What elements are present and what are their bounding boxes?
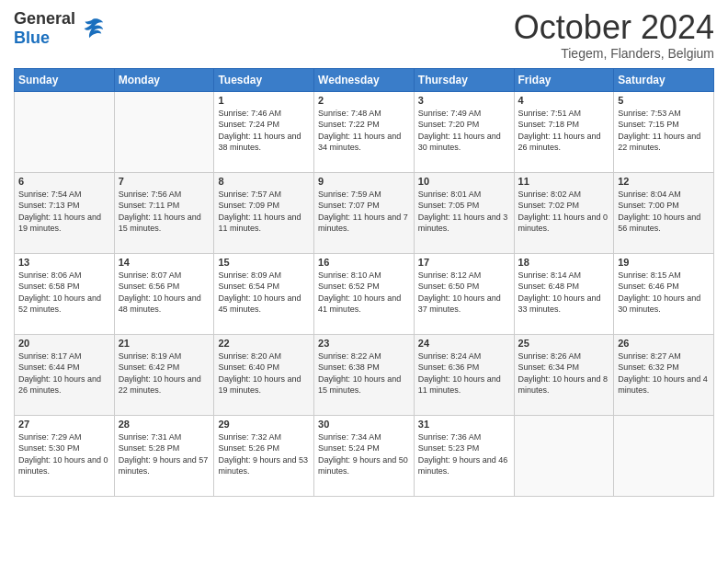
- header-monday: Monday: [114, 68, 214, 91]
- logo: General Blue: [14, 9, 105, 48]
- page: General Blue October 2024 Tiegem, Flande…: [0, 0, 728, 563]
- day-number: 15: [218, 257, 310, 268]
- day-sunrise: Sunrise: 7:29 AM: [18, 432, 82, 442]
- day-sunrise: Sunrise: 7:36 AM: [418, 432, 482, 442]
- calendar-cell: 14 Sunrise: 8:07 AM Sunset: 6:56 PM Dayl…: [114, 253, 214, 334]
- day-sunset: Sunset: 6:32 PM: [618, 362, 679, 372]
- day-sunrise: Sunrise: 7:56 AM: [119, 190, 182, 199]
- day-number: 26: [618, 338, 710, 349]
- calendar-cell: 29 Sunrise: 7:32 AM Sunset: 5:26 PM Dayl…: [214, 415, 314, 496]
- day-sunrise: Sunrise: 7:32 AM: [218, 432, 281, 442]
- day-number: 13: [18, 257, 110, 268]
- day-number: 16: [318, 257, 410, 268]
- day-daylight: Daylight: 10 hours and 8 minutes.: [518, 374, 609, 396]
- day-daylight: Daylight: 11 hours and 34 minutes.: [318, 132, 401, 153]
- day-sunrise: Sunrise: 7:31 AM: [119, 432, 182, 442]
- day-number: 19: [618, 257, 710, 268]
- day-daylight: Daylight: 10 hours and 33 minutes.: [518, 293, 601, 315]
- header-saturday: Saturday: [614, 68, 714, 91]
- day-daylight: Daylight: 10 hours and 45 minutes.: [218, 293, 301, 315]
- calendar-cell: 16 Sunrise: 8:10 AM Sunset: 6:52 PM Dayl…: [314, 253, 415, 334]
- day-sunset: Sunset: 5:26 PM: [218, 443, 279, 453]
- calendar-cell: 21 Sunrise: 8:19 AM Sunset: 6:42 PM Dayl…: [114, 334, 214, 415]
- day-sunset: Sunset: 7:02 PM: [518, 201, 580, 210]
- day-sunset: Sunset: 7:18 PM: [518, 120, 580, 129]
- day-sunset: Sunset: 6:46 PM: [618, 282, 679, 291]
- day-sunrise: Sunrise: 8:10 AM: [318, 270, 381, 280]
- day-sunrise: Sunrise: 7:57 AM: [218, 190, 281, 199]
- week-row-3: 13 Sunrise: 8:06 AM Sunset: 6:58 PM Dayl…: [15, 253, 714, 334]
- day-sunset: Sunset: 7:24 PM: [218, 120, 279, 129]
- day-number: 30: [318, 419, 410, 430]
- day-daylight: Daylight: 10 hours and 19 minutes.: [218, 374, 301, 396]
- day-number: 5: [618, 95, 710, 106]
- day-sunrise: Sunrise: 8:24 AM: [418, 351, 482, 361]
- logo-blue: Blue: [14, 29, 50, 47]
- calendar-cell: [614, 415, 714, 496]
- day-number: 18: [518, 257, 610, 268]
- day-daylight: Daylight: 9 hours and 57 minutes.: [119, 455, 209, 477]
- calendar-cell: 9 Sunrise: 7:59 AM Sunset: 7:07 PM Dayli…: [314, 172, 415, 253]
- calendar-table: Sunday Monday Tuesday Wednesday Thursday…: [14, 68, 714, 497]
- day-sunrise: Sunrise: 8:04 AM: [618, 190, 681, 199]
- logo-general: General: [14, 9, 75, 28]
- weekday-header-row: Sunday Monday Tuesday Wednesday Thursday…: [15, 68, 714, 91]
- day-number: 7: [119, 176, 210, 187]
- calendar-cell: 23 Sunrise: 8:22 AM Sunset: 6:38 PM Dayl…: [314, 334, 415, 415]
- title-block: October 2024 Tiegem, Flanders, Belgium: [514, 9, 714, 61]
- day-daylight: Daylight: 11 hours and 22 minutes.: [618, 132, 700, 153]
- day-number: 23: [318, 338, 410, 349]
- day-sunset: Sunset: 7:22 PM: [318, 120, 380, 129]
- day-number: 22: [218, 338, 310, 349]
- calendar-cell: [514, 415, 614, 496]
- day-number: 21: [119, 338, 210, 349]
- calendar-cell: 8 Sunrise: 7:57 AM Sunset: 7:09 PM Dayli…: [214, 172, 314, 253]
- day-number: 29: [218, 419, 310, 430]
- day-sunset: Sunset: 6:40 PM: [218, 362, 279, 372]
- day-sunrise: Sunrise: 8:01 AM: [418, 190, 482, 199]
- day-sunrise: Sunrise: 8:02 AM: [518, 190, 582, 199]
- calendar-cell: 18 Sunrise: 8:14 AM Sunset: 6:48 PM Dayl…: [514, 253, 614, 334]
- day-sunset: Sunset: 6:50 PM: [418, 282, 480, 291]
- calendar-cell: 22 Sunrise: 8:20 AM Sunset: 6:40 PM Dayl…: [214, 334, 314, 415]
- day-daylight: Daylight: 11 hours and 7 minutes.: [318, 213, 408, 234]
- calendar-cell: 31 Sunrise: 7:36 AM Sunset: 5:23 PM Dayl…: [414, 415, 514, 496]
- day-number: 20: [18, 338, 110, 349]
- title-month: October 2024: [514, 9, 714, 46]
- calendar-cell: 10 Sunrise: 8:01 AM Sunset: 7:05 PM Dayl…: [414, 172, 514, 253]
- day-sunrise: Sunrise: 8:20 AM: [218, 351, 281, 361]
- day-number: 17: [418, 257, 510, 268]
- calendar-cell: 3 Sunrise: 7:49 AM Sunset: 7:20 PM Dayli…: [414, 91, 514, 172]
- day-sunset: Sunset: 5:28 PM: [119, 443, 180, 453]
- header-thursday: Thursday: [414, 68, 514, 91]
- day-sunset: Sunset: 6:56 PM: [119, 282, 180, 291]
- day-sunrise: Sunrise: 8:22 AM: [318, 351, 381, 361]
- day-sunset: Sunset: 7:00 PM: [618, 201, 679, 210]
- day-daylight: Daylight: 11 hours and 15 minutes.: [119, 213, 201, 234]
- day-daylight: Daylight: 11 hours and 11 minutes.: [218, 213, 301, 234]
- day-number: 28: [119, 419, 210, 430]
- day-sunrise: Sunrise: 7:49 AM: [418, 109, 482, 118]
- calendar-cell: 26 Sunrise: 8:27 AM Sunset: 6:32 PM Dayl…: [614, 334, 714, 415]
- day-number: 11: [518, 176, 610, 187]
- day-sunrise: Sunrise: 7:46 AM: [218, 109, 281, 118]
- calendar-cell: 30 Sunrise: 7:34 AM Sunset: 5:24 PM Dayl…: [314, 415, 415, 496]
- day-number: 4: [518, 95, 610, 106]
- day-sunrise: Sunrise: 8:19 AM: [119, 351, 182, 361]
- calendar-cell: [15, 91, 115, 172]
- day-sunset: Sunset: 7:07 PM: [318, 201, 380, 210]
- day-sunrise: Sunrise: 7:59 AM: [318, 190, 381, 199]
- day-sunset: Sunset: 6:36 PM: [418, 362, 480, 372]
- header: General Blue October 2024 Tiegem, Flande…: [14, 9, 714, 61]
- calendar-cell: 6 Sunrise: 7:54 AM Sunset: 7:13 PM Dayli…: [15, 172, 115, 253]
- week-row-1: 1 Sunrise: 7:46 AM Sunset: 7:24 PM Dayli…: [15, 91, 714, 172]
- header-sunday: Sunday: [15, 68, 115, 91]
- day-daylight: Daylight: 10 hours and 56 minutes.: [618, 213, 700, 234]
- day-number: 24: [418, 338, 510, 349]
- day-sunset: Sunset: 5:23 PM: [418, 443, 480, 453]
- day-daylight: Daylight: 10 hours and 52 minutes.: [18, 293, 101, 315]
- calendar-cell: 19 Sunrise: 8:15 AM Sunset: 6:46 PM Dayl…: [614, 253, 714, 334]
- day-daylight: Daylight: 10 hours and 37 minutes.: [418, 293, 501, 315]
- calendar-cell: 2 Sunrise: 7:48 AM Sunset: 7:22 PM Dayli…: [314, 91, 415, 172]
- calendar-cell: 24 Sunrise: 8:24 AM Sunset: 6:36 PM Dayl…: [414, 334, 514, 415]
